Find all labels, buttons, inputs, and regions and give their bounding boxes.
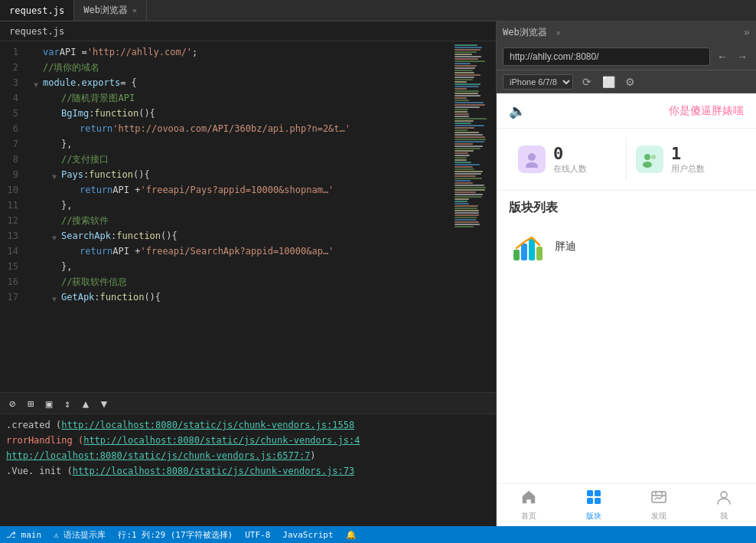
code-content[interactable]: var API = 'http://ahlly.com/';//填你的域名▼mo…	[24, 41, 453, 392]
browser-tab-close-icon[interactable]: ✕	[556, 28, 561, 37]
fold-icon[interactable]: ▼	[49, 169, 60, 180]
status-lang: JavaScript	[282, 530, 333, 540]
token-comment: //获取软件信息	[61, 274, 127, 289]
svg-rect-10	[587, 490, 593, 496]
scroll-up-icon[interactable]: ▲	[80, 397, 92, 410]
minimap-line	[455, 97, 467, 99]
nav-home[interactable]: 首页	[497, 484, 562, 526]
minimap-line	[455, 157, 467, 159]
token-kw: return	[80, 182, 112, 198]
token-punc: (){	[133, 167, 150, 182]
no-fold	[49, 261, 60, 272]
rotate-icon[interactable]: ⟳	[579, 74, 595, 90]
console-link[interactable]: http://localhost:8080/static/js/chunk-ve…	[61, 420, 354, 430]
token-prop: BgImg	[61, 106, 89, 121]
minimap-line	[455, 123, 471, 124]
minimap-line	[455, 63, 471, 64]
minimap-line	[455, 143, 473, 145]
minimap-line	[455, 74, 481, 76]
screenshot-icon[interactable]: ⬜	[601, 74, 616, 90]
forum-icon	[585, 489, 602, 509]
editor-panel: request.js 1234567891011121314151617 var…	[0, 21, 496, 526]
token-prop: Pays	[61, 167, 83, 182]
token-punc: (){	[161, 228, 178, 244]
status-branch: ⎇ main	[6, 530, 41, 540]
token-punc: = {	[120, 75, 137, 90]
minimap-line	[455, 217, 477, 218]
fold-icon[interactable]: ▼	[49, 231, 60, 241]
expand-icon[interactable]: ▣	[43, 397, 55, 410]
minimap-line	[455, 148, 481, 149]
minimap-line	[455, 72, 474, 74]
no-fold	[31, 62, 41, 73]
no-fold	[49, 93, 60, 103]
browser-url-input[interactable]	[503, 47, 710, 66]
console-link[interactable]: http://localhost:8080/static/js/chunk-ve…	[83, 435, 360, 446]
browser-panel: Web浏览器 ✕ » ← → iPhone 6/7/8 ⟳ ⬜ ⚙ 🔈 你是傻逼…	[496, 21, 756, 526]
status-notif: 🔔	[346, 530, 357, 540]
minimap-line	[455, 162, 471, 163]
token-punc: ;	[192, 44, 197, 60]
browser-forward-icon[interactable]: →	[735, 49, 750, 64]
wrap-icon[interactable]: ↕	[61, 397, 73, 410]
tab-close-icon[interactable]: ✕	[132, 6, 137, 15]
online-info: 0 在线人数	[553, 144, 587, 175]
no-fold	[49, 200, 60, 211]
svg-point-3	[643, 162, 652, 168]
minimap-line	[455, 210, 479, 211]
code-line-2: //填你的域名	[31, 60, 453, 75]
nav-discover[interactable]: 发现	[627, 484, 692, 526]
nav-me[interactable]: 我	[691, 484, 756, 526]
svg-rect-6	[513, 250, 520, 260]
svg-rect-9	[536, 247, 543, 260]
app-preview: 🔈 你是傻逼胖婊嗤 0 在线人数	[497, 93, 756, 526]
svg-point-4	[651, 155, 656, 159]
nav-discover-label: 发现	[651, 511, 666, 522]
forum-item[interactable]: 胖迪	[497, 222, 756, 271]
browser-more-icon[interactable]: »	[744, 26, 750, 38]
token-comment: //填你的域名	[43, 60, 99, 75]
token-punc: :	[94, 289, 99, 305]
svg-rect-12	[587, 498, 593, 504]
clear-console-icon[interactable]: ⊘	[6, 397, 18, 410]
settings-icon[interactable]: ⚙	[622, 74, 637, 90]
browser-toolbar: ← →	[497, 43, 756, 70]
minimap-line	[455, 93, 478, 94]
token-punc: .	[76, 75, 81, 90]
no-fold	[49, 215, 60, 226]
scroll-down-icon[interactable]: ▼	[98, 397, 110, 410]
tab-request-js[interactable]: request.js	[0, 0, 74, 21]
online-count: 0	[553, 144, 587, 163]
minimap-line	[455, 132, 479, 133]
nav-forum[interactable]: 版块	[562, 484, 627, 526]
minimap-line	[455, 164, 480, 165]
minimap-line	[455, 47, 482, 48]
minimap-line	[455, 205, 478, 207]
minimap-line	[455, 152, 468, 154]
svg-point-15	[721, 492, 727, 498]
stat-users: 1 用户总数	[626, 138, 744, 181]
users-label: 用户总数	[671, 163, 705, 175]
minimap-line	[455, 106, 480, 108]
minimap-line	[455, 208, 477, 209]
tab-web-browser[interactable]: Web浏览器 ✕	[74, 0, 147, 21]
minimap-line	[455, 79, 473, 80]
fold-icon[interactable]: ▼	[31, 77, 41, 88]
filter-icon[interactable]: ⊞	[24, 397, 37, 410]
console-link[interactable]: http://localhost:8080/static/js/chunk-ve…	[6, 450, 310, 461]
minimap-line	[455, 226, 474, 227]
browser-back-icon[interactable]: ←	[715, 49, 730, 64]
minimap-line	[455, 77, 474, 78]
console-link[interactable]: http://localhost:8080/static/js/chunk-ve…	[73, 466, 354, 476]
console-toolbar: ⊘ ⊞ ▣ ↕ ▲ ▼	[0, 393, 496, 414]
minimap-line	[455, 49, 481, 51]
device-select[interactable]: iPhone 6/7/8	[503, 74, 573, 90]
fold-icon[interactable]: ▼	[49, 292, 60, 303]
token-punc: },	[61, 198, 72, 213]
status-cursor: 行:1 列:29 (17字符被选择)	[118, 529, 233, 541]
minimap	[453, 41, 496, 392]
app-header: 🔈 你是傻逼胖婊嗤	[497, 93, 756, 129]
minimap-line	[455, 88, 467, 90]
browser-content: 🔈 你是傻逼胖婊嗤 0 在线人数	[497, 93, 756, 526]
minimap-line	[455, 178, 482, 179]
